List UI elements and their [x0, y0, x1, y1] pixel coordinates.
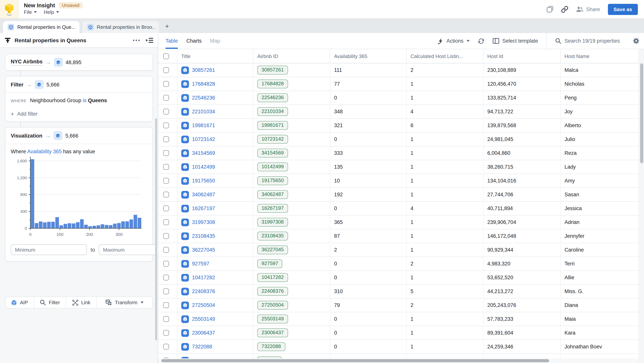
- title-link[interactable]: 927597: [192, 261, 209, 266]
- row-checkbox[interactable]: [163, 275, 169, 280]
- add-tab-button[interactable]: +: [161, 21, 173, 33]
- title-link[interactable]: 31997308: [192, 219, 215, 225]
- filter-card[interactable]: Filter → 5,666 WHERE: [5, 76, 153, 122]
- title-link[interactable]: 25503149: [192, 316, 215, 322]
- column-header-availability[interactable]: Availability 365: [330, 49, 407, 63]
- field-link[interactable]: Availability 365: [27, 149, 62, 154]
- source-card[interactable]: NYC Airbnbs → 48,895: [5, 54, 153, 71]
- table-row[interactable]: 22101034 22101034 348 4 94,713,722 Joy: [158, 105, 644, 119]
- filter-clause[interactable]: Neighbourhood Group is Queens: [30, 98, 107, 103]
- vertical-scrollbar-thumb[interactable]: [640, 64, 643, 163]
- tab-rental-queens[interactable]: Rental properties in Que...: [3, 21, 80, 33]
- row-checkbox[interactable]: [163, 316, 169, 322]
- table-row[interactable]: 927597 927597 0 2 4,983,320 Terri: [158, 257, 644, 271]
- column-header-calc-host-listings[interactable]: Calculated Host Listin...: [407, 49, 484, 63]
- title-link[interactable]: 22101034: [192, 109, 215, 114]
- title-link[interactable]: 22408376: [192, 288, 215, 294]
- row-checkbox[interactable]: [163, 150, 169, 156]
- transform-tool-button[interactable]: Transform: [97, 297, 152, 308]
- tab-rental-brooklyn[interactable]: Rental properties in Broo...: [82, 21, 159, 33]
- table-row[interactable]: 27250504 27250504 79 2 205,243,076 Diana: [158, 298, 644, 312]
- title-link[interactable]: 34062487: [192, 192, 215, 198]
- title-link[interactable]: 17684828: [192, 81, 215, 87]
- title-link[interactable]: 30857261: [192, 67, 215, 73]
- row-checkbox[interactable]: [163, 136, 169, 142]
- file-menu[interactable]: File: [24, 9, 37, 15]
- table-row[interactable]: 10417282 10417282 0 1 53,652,520 Allie: [158, 271, 644, 285]
- table-row[interactable]: 23006437 23006437 0 1 89,391,604 Kara: [158, 326, 644, 340]
- title-link[interactable]: 10417282: [192, 275, 215, 280]
- table-row[interactable]: 22408376 22408376 310 5 44,213,272 Miss.…: [158, 285, 644, 298]
- aip-button[interactable]: AIP: [6, 297, 34, 308]
- table-row[interactable]: 31997308 31997308 365 1 239,906,704 Adri…: [158, 216, 644, 229]
- table-row[interactable]: 30857261 30857261 111 2 230,108,889 Malc…: [158, 64, 644, 77]
- row-checkbox[interactable]: [163, 288, 169, 294]
- link-tool-button[interactable]: Link: [66, 297, 97, 308]
- help-menu[interactable]: Help: [44, 9, 59, 15]
- maximum-input[interactable]: [99, 244, 158, 255]
- row-checkbox[interactable]: [163, 81, 169, 87]
- add-filter-button[interactable]: + Add filter: [6, 105, 152, 122]
- select-template-button[interactable]: Select template: [493, 38, 538, 44]
- table-row[interactable]: 16267197 16267197 0 4 40,711,894 Jessica: [158, 202, 644, 216]
- table-row[interactable]: 22546236 22546236 0 1 133,825,714 Peng: [158, 91, 644, 105]
- collapse-panel-icon[interactable]: [146, 38, 153, 43]
- row-checkbox[interactable]: [163, 233, 169, 239]
- refresh-button[interactable]: [478, 38, 484, 44]
- table-row[interactable]: 10723142 10723142 0 1 24,981,045 Julio: [158, 132, 644, 146]
- title-link[interactable]: 36227045: [192, 247, 215, 253]
- sidebar-scrollbar[interactable]: [155, 118, 157, 340]
- row-checkbox[interactable]: [163, 122, 169, 128]
- column-header-host-id[interactable]: Host Id: [484, 49, 561, 63]
- table-row[interactable]: 17684828 17684828 77 1 120,456,470 Nicho…: [158, 77, 644, 91]
- column-header-title[interactable]: Title: [178, 49, 254, 63]
- column-header-host-name[interactable]: Host Name: [561, 49, 644, 63]
- visualization-card[interactable]: Visualization → 5,666 Wh: [5, 127, 153, 262]
- row-checkbox[interactable]: [163, 302, 169, 308]
- save-as-button[interactable]: Save as: [608, 4, 638, 15]
- table-row[interactable]: 34062487 34062487 192 1 27,744,706 Sasan: [158, 188, 644, 202]
- row-checkbox[interactable]: [163, 192, 169, 198]
- copy-link-button[interactable]: [561, 6, 568, 13]
- table-row[interactable]: 7322088 7322088 0 1 24,259,346 Johnathan…: [158, 340, 644, 354]
- title-link[interactable]: 19981671: [192, 122, 215, 128]
- vertical-scrollbar[interactable]: [638, 49, 644, 363]
- tab-charts[interactable]: Charts: [186, 33, 202, 49]
- horizontal-scrollbar[interactable]: [158, 358, 638, 363]
- row-checkbox[interactable]: [163, 206, 169, 211]
- actions-button[interactable]: Actions: [437, 38, 470, 44]
- row-checkbox[interactable]: [163, 109, 169, 114]
- table-row[interactable]: 19175650 19175650 10 1 134,104,016 Amy: [158, 174, 644, 188]
- availability-histogram[interactable]: 04008001,2001,6000100200300: [7, 155, 150, 244]
- title-link[interactable]: 19175650: [192, 178, 215, 184]
- title-link[interactable]: 10142499: [192, 164, 215, 170]
- title-link[interactable]: 7322088: [192, 344, 212, 350]
- table-row[interactable]: 10142499 10142499 135 1 38,260,715 Lady: [158, 160, 644, 174]
- title-link[interactable]: 23108435: [192, 233, 215, 239]
- more-options-icon[interactable]: [133, 39, 140, 41]
- row-checkbox[interactable]: [163, 95, 169, 101]
- select-all-checkbox[interactable]: [163, 53, 169, 59]
- column-header-airbnb-id[interactable]: Airbnb ID: [254, 49, 330, 63]
- share-button[interactable]: Share: [576, 6, 600, 12]
- row-checkbox[interactable]: [163, 164, 169, 170]
- horizontal-scrollbar-thumb[interactable]: [161, 359, 549, 362]
- filter-tool-button[interactable]: Filter: [34, 297, 66, 308]
- table-row[interactable]: 19981671 19981671 321 6 139,879,568 Albe…: [158, 119, 644, 132]
- row-checkbox[interactable]: [163, 344, 169, 350]
- row-checkbox[interactable]: [163, 219, 169, 225]
- title-link[interactable]: 34154569: [192, 150, 215, 156]
- table-row[interactable]: 23108435 23108435 87 1 146,172,048 Jenny…: [158, 229, 644, 243]
- row-checkbox[interactable]: [163, 247, 169, 253]
- minimum-input[interactable]: [11, 244, 87, 255]
- table-row[interactable]: 34154569 34154569 333 1 6,004,860 Reza: [158, 146, 644, 160]
- table-row[interactable]: 25503149 25503149 0 1 57,783,233 Maia: [158, 312, 644, 326]
- row-checkbox[interactable]: [163, 178, 169, 184]
- tab-table[interactable]: Table: [166, 33, 178, 49]
- duplicate-button[interactable]: [546, 6, 553, 13]
- title-link[interactable]: 23006437: [192, 330, 215, 336]
- title-link[interactable]: 27250504: [192, 302, 215, 308]
- source-name[interactable]: NYC Airbnbs: [11, 59, 43, 66]
- row-checkbox[interactable]: [163, 67, 169, 73]
- property-search-input[interactable]: Search 19/19 properties: [555, 38, 624, 44]
